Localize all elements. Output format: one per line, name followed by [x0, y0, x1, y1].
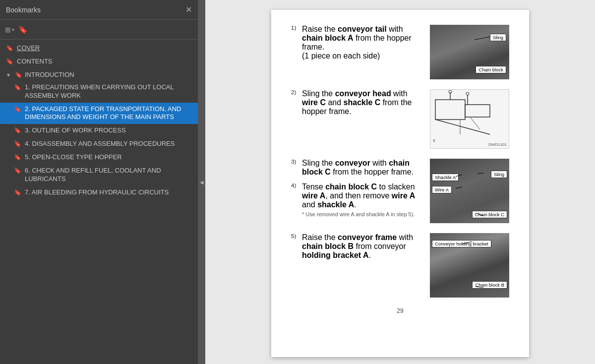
step-1-row: 1) Raise the conveyor tail with chain bl…	[291, 25, 509, 79]
bookmark-item-1[interactable]: 🔖 1. PRECAUTIONS WHEN CARRYING OUT LOCAL…	[0, 81, 198, 103]
step-2-text: Sling the conveyor head with wire C and …	[302, 89, 422, 116]
step-4-note: * Use removed wire A and shackle A in st…	[302, 211, 415, 217]
step-1-number: 1)	[291, 25, 300, 31]
bookmark-label-5: 5. OPEN-CLOSE TYPE HOPPER	[25, 153, 193, 162]
shackle-a-label: Shackle A	[432, 174, 459, 181]
sling-label-1: Sling	[490, 34, 506, 41]
sling-label-2: Sling	[491, 171, 507, 178]
bookmark-label-6: 6. CHECK AND REFILL FUEL, COOLANT AND LU…	[25, 167, 193, 183]
bookmark-label-1: 1. PRECAUTIONS WHEN CARRYING OUT LOCAL A…	[25, 83, 193, 100]
bookmark-marker-3: 🔖	[14, 127, 22, 135]
svg-rect-3	[465, 105, 490, 117]
bookmark-marker-4: 🔖	[14, 140, 22, 148]
step-5-image: Conveyor holding bracket Chain block B	[430, 233, 509, 298]
bookmark-label-4: 4. DISASSEMBLY AND ASSEMBLY PROCEDURES	[25, 140, 193, 148]
bookmarks-header: Bookmarks ✕	[0, 0, 198, 20]
bookmark-item-introduction[interactable]: ▼ 🔖 INTRODUCTION	[0, 68, 198, 81]
bookmark-item-3[interactable]: 🔖 3. OUTLINE OF WORK PROCESS	[0, 124, 198, 137]
step-34-text-block: 3) Sling the conveyor with chain block C…	[291, 159, 422, 218]
doc-page: 1) Raise the conveyor tail with chain bl…	[271, 10, 529, 357]
bookmark-label-contents: CONTENTS	[17, 58, 193, 66]
svg-line-11	[470, 117, 480, 129]
document-panel: 1) Raise the conveyor tail with chain bl…	[205, 0, 595, 364]
step-2-number: 2)	[291, 89, 300, 95]
svg-line-14	[456, 187, 462, 188]
step-1-text: Raise the conveyor tail with chain block…	[302, 25, 422, 61]
toolbar: ⊞ ▾ 🔖	[0, 20, 198, 40]
layout-button[interactable]: ⊞ ▾	[5, 26, 14, 34]
bookmark-item-7[interactable]: 🔖 7. AIR BLEEDING FROM HYDRAULIC CIRCUIT…	[0, 186, 198, 199]
step-5-text: Raise the conveyor frame with chain bloc…	[302, 233, 422, 260]
step-3-number: 3)	[291, 159, 300, 177]
svg-rect-2	[435, 100, 465, 120]
bookmark-marker-2: 🔖	[14, 106, 22, 114]
chain-block-label-1: Chain block	[476, 66, 506, 73]
bookmark-item-cover[interactable]: 🔖 COVER	[0, 42, 198, 55]
bookmark-item-2[interactable]: 🔖 2. PACKAGED STATE FOR TRASNPORTATION, …	[0, 103, 198, 124]
step-2-text-block: 2) Sling the conveyor head with wire C a…	[291, 89, 422, 116]
layout-icon: ⊞	[5, 26, 11, 34]
page-number: 29	[291, 307, 509, 314]
step-2-image: 3 DWD1101	[430, 89, 509, 149]
step-2-svg: 3	[430, 90, 509, 149]
dwg-label: DWD1101	[488, 142, 507, 147]
step-3-text: Sling the conveyor with chain block C fr…	[302, 159, 422, 177]
resize-handle[interactable]: ◀	[198, 0, 205, 364]
step-34-row: 3) Sling the conveyor with chain block C…	[291, 159, 509, 223]
bookmark-marker-contents: 🔖	[6, 58, 14, 66]
chain-block-c-label: Chain block C	[472, 211, 507, 218]
bookmark-marker-1: 🔖	[14, 84, 22, 92]
bookmark-label-7: 7. AIR BLEEDING FROM HYDRAULIC CIRCUITS	[25, 188, 193, 197]
svg-line-0	[475, 37, 490, 40]
step-4-text: Tense chain block C to slacken wire A, a…	[302, 182, 422, 218]
svg-text:3: 3	[433, 138, 435, 143]
conveyor-holding-bracket-label: Conveyor holding bracket	[432, 240, 491, 247]
bookmark-marker-cover: 🔖	[6, 45, 14, 53]
bookmark-icon: 🔖	[18, 25, 28, 34]
step-5-row: 5) Raise the conveyor frame with chain b…	[291, 233, 509, 298]
layout-arrow-icon: ▾	[12, 27, 14, 32]
bookmark-item-5[interactable]: 🔖 5. OPEN-CLOSE TYPE HOPPER	[0, 151, 198, 164]
step-4-number: 4)	[291, 182, 300, 218]
bookmark-label-cover: COVER	[17, 44, 193, 53]
bookmark-icon-button[interactable]: 🔖	[18, 25, 28, 34]
step-2-row: 2) Sling the conveyor head with wire C a…	[291, 89, 509, 149]
collapse-arrow-icon: ▼	[6, 72, 13, 78]
bookmark-item-6[interactable]: 🔖 6. CHECK AND REFILL FUEL, COOLANT AND …	[0, 164, 198, 186]
svg-line-4	[435, 120, 490, 134]
bookmark-label-2: 2. PACKAGED STATE FOR TRASNPORTATION, AN…	[25, 105, 193, 122]
bookmarks-list: 🔖 COVER 🔖 CONTENTS ▼ 🔖 INTRODUCTION 🔖 1.…	[0, 40, 198, 364]
close-button[interactable]: ✕	[185, 6, 192, 14]
step-34-photo: Shackle A Sling Wire A Chain block C	[430, 159, 509, 223]
step-5-number: 5)	[291, 233, 300, 239]
step-1-photo: Sling Chain block	[430, 25, 509, 79]
bookmark-item-4[interactable]: 🔖 4. DISASSEMBLY AND ASSEMBLY PROCEDURES	[0, 137, 198, 151]
step-1-text-block: 1) Raise the conveyor tail with chain bl…	[291, 25, 422, 61]
bookmarks-title: Bookmarks	[6, 6, 41, 14]
wire-a-label: Wire A	[432, 186, 452, 193]
bookmark-label-3: 3. OUTLINE OF WORK PROCESS	[25, 126, 193, 135]
bookmark-marker-7: 🔖	[14, 189, 22, 197]
step-1-image: Sling Chain block	[430, 25, 509, 79]
step-5-text-block: 5) Raise the conveyor frame with chain b…	[291, 233, 422, 260]
bookmark-item-contents[interactable]: 🔖 CONTENTS	[0, 55, 198, 68]
step-5-photo: Conveyor holding bracket Chain block B	[430, 233, 509, 298]
bookmarks-panel: Bookmarks ✕ ⊞ ▾ 🔖 🔖 COVER 🔖 CONTENTS ▼ 🔖…	[0, 0, 198, 364]
bookmark-marker-introduction: 🔖	[15, 71, 23, 78]
chain-block-b-label: Chain block B	[472, 281, 507, 289]
bookmark-label-introduction: INTRODUCTION	[25, 71, 74, 78]
svg-line-13	[477, 173, 483, 174]
bookmark-marker-6: 🔖	[14, 167, 22, 175]
step-2-sketch: 3 DWD1101	[430, 90, 509, 148]
step-3-line: 3) Sling the conveyor with chain block C…	[291, 159, 422, 177]
bookmark-marker-5: 🔖	[14, 154, 22, 162]
step-34-image: Shackle A Sling Wire A Chain block C	[430, 159, 509, 223]
step-4-line: 4) Tense chain block C to slacken wire A…	[291, 182, 422, 218]
